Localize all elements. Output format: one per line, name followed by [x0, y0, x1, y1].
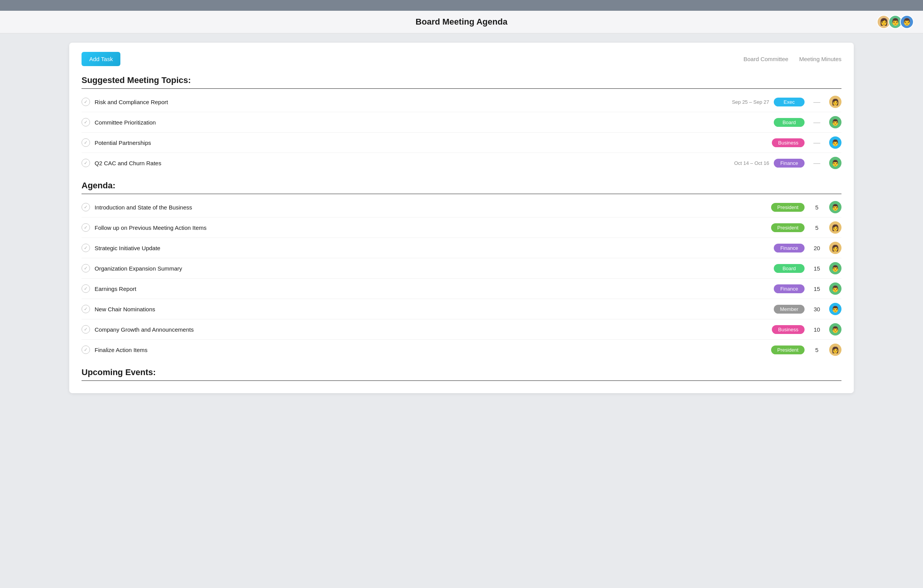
task-minutes: 5 [809, 347, 825, 353]
task-date: Oct 14 – Oct 16 [715, 160, 769, 166]
task-tag: Board [774, 118, 805, 127]
task-tag: President [771, 345, 805, 354]
task-label: Follow up on Previous Meeting Action Ite… [95, 224, 766, 231]
section-agenda: Agenda:✓Introduction and State of the Bu… [82, 181, 841, 360]
task-row: ✓Strategic Initiative UpdateFinance20👩 [82, 238, 841, 258]
main-card: Add Task Board Committee Meeting Minutes… [69, 43, 854, 393]
task-avatar[interactable]: 👨 [829, 136, 841, 149]
task-row: ✓Risk and Compliance ReportSep 25 – Sep … [82, 92, 841, 112]
task-row: ✓Follow up on Previous Meeting Action It… [82, 218, 841, 238]
task-dash: — [809, 118, 825, 126]
section-title-agenda: Agenda: [82, 181, 841, 191]
task-row: ✓Potential PartnershipsBusiness—👨 [82, 133, 841, 153]
check-icon[interactable]: ✓ [82, 98, 90, 106]
section-title-upcoming: Upcoming Events: [82, 367, 841, 377]
task-label: Finalize Action Items [95, 347, 766, 353]
task-avatar[interactable]: 👩 [829, 96, 841, 108]
task-label: Potential Partnerships [95, 140, 767, 146]
check-icon[interactable]: ✓ [82, 345, 90, 354]
task-minutes: 30 [809, 306, 825, 312]
task-tag: Finance [774, 244, 805, 252]
task-row: ✓Q2 CAC and Churn RatesOct 14 – Oct 16Fi… [82, 153, 841, 173]
user-avatars: 👩 👨 👨 [877, 15, 914, 29]
task-minutes: 5 [809, 204, 825, 211]
toolbar-links: Board Committee Meeting Minutes [743, 56, 841, 62]
check-icon[interactable]: ✓ [82, 159, 90, 167]
task-label: Organization Expansion Summary [95, 265, 769, 272]
toolbar: Add Task Board Committee Meeting Minutes [82, 52, 841, 66]
task-tag: Finance [774, 284, 805, 293]
top-bar [0, 0, 923, 11]
task-row: ✓Introduction and State of the BusinessP… [82, 197, 841, 218]
sections-container: Suggested Meeting Topics:✓Risk and Compl… [82, 75, 841, 381]
task-minutes: 5 [809, 224, 825, 231]
task-avatar[interactable]: 👩 [829, 344, 841, 356]
task-dash: — [809, 98, 825, 106]
task-tag: Member [774, 305, 805, 314]
check-icon[interactable]: ✓ [82, 284, 90, 293]
task-label: Strategic Initiative Update [95, 245, 769, 251]
task-avatar[interactable]: 👨 [829, 303, 841, 315]
task-tag: Business [772, 325, 805, 334]
check-icon[interactable]: ✓ [82, 223, 90, 232]
check-icon[interactable]: ✓ [82, 305, 90, 313]
check-icon[interactable]: ✓ [82, 138, 90, 147]
task-row: ✓Earnings ReportFinance15👨 [82, 279, 841, 299]
task-label: Risk and Compliance Report [95, 99, 711, 105]
header: Board Meeting Agenda 👩 👨 👨 [0, 11, 923, 33]
task-row: ✓Committee PrioritizationBoard—👨 [82, 112, 841, 133]
task-tag: President [771, 203, 805, 212]
section-divider-suggested [82, 88, 841, 89]
task-tag: Board [774, 264, 805, 273]
board-committee-link[interactable]: Board Committee [743, 56, 788, 62]
check-icon[interactable]: ✓ [82, 118, 90, 126]
task-avatar[interactable]: 👩 [829, 221, 841, 234]
task-row: ✓New Chair NominationsMember30👨 [82, 299, 841, 319]
task-minutes: 15 [809, 286, 825, 292]
check-icon[interactable]: ✓ [82, 203, 90, 211]
meeting-minutes-link[interactable]: Meeting Minutes [799, 56, 841, 62]
task-avatar[interactable]: 👨 [829, 262, 841, 274]
check-icon[interactable]: ✓ [82, 264, 90, 272]
check-icon[interactable]: ✓ [82, 244, 90, 252]
task-date: Sep 25 – Sep 27 [715, 99, 769, 105]
task-minutes: 20 [809, 245, 825, 251]
task-minutes: 15 [809, 265, 825, 272]
task-label: Earnings Report [95, 286, 769, 292]
task-avatar[interactable]: 👨 [829, 201, 841, 213]
section-suggested: Suggested Meeting Topics:✓Risk and Compl… [82, 75, 841, 173]
add-task-button[interactable]: Add Task [82, 52, 120, 66]
task-label: Company Growth and Announcements [95, 326, 767, 333]
check-icon[interactable]: ✓ [82, 325, 90, 334]
task-avatar[interactable]: 👨 [829, 116, 841, 128]
task-row: ✓Company Growth and AnnouncementsBusines… [82, 319, 841, 340]
task-label: New Chair Nominations [95, 306, 769, 312]
task-tag: Exec [774, 98, 805, 106]
task-avatar[interactable]: 👨 [829, 282, 841, 295]
page-background: Add Task Board Committee Meeting Minutes… [0, 33, 923, 586]
task-row: ✓Finalize Action ItemsPresident5👩 [82, 340, 841, 360]
task-tag: President [771, 223, 805, 232]
task-dash: — [809, 159, 825, 167]
task-row: ✓Organization Expansion SummaryBoard15👨 [82, 258, 841, 279]
task-label: Introduction and State of the Business [95, 204, 766, 211]
task-label: Q2 CAC and Churn Rates [95, 160, 711, 166]
task-label: Committee Prioritization [95, 119, 769, 126]
avatar-3[interactable]: 👨 [900, 15, 914, 29]
task-dash: — [809, 139, 825, 147]
task-tag: Business [772, 138, 805, 147]
task-avatar[interactable]: 👩 [829, 242, 841, 254]
section-upcoming: Upcoming Events: [82, 367, 841, 381]
section-title-suggested: Suggested Meeting Topics: [82, 75, 841, 85]
task-minutes: 10 [809, 326, 825, 333]
task-avatar[interactable]: 👨 [829, 323, 841, 336]
page-title: Board Meeting Agenda [416, 17, 508, 27]
task-avatar[interactable]: 👨 [829, 157, 841, 169]
section-divider-upcoming [82, 380, 841, 381]
section-divider-agenda [82, 194, 841, 194]
task-tag: Finance [774, 159, 805, 168]
